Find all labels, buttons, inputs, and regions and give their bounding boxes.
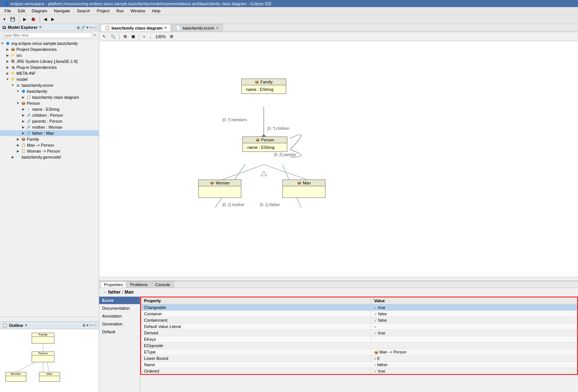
props-row-10[interactable]: Ordered ✔true: [141, 368, 578, 375]
outline-menu-icon[interactable]: ▾: [86, 323, 88, 327]
props-row-9[interactable]: Name ≡father: [141, 362, 578, 368]
tree-toggle-woman-person[interactable]: ▶: [16, 149, 20, 153]
tree-toggle-person[interactable]: ▼: [16, 101, 20, 105]
tree-item-basicfamily-genmodel[interactable]: ▶ 📄 basicfamily.genmodel: [0, 154, 99, 160]
props-row-3[interactable]: Default Value Literal ≡: [141, 324, 578, 330]
tree-toggle-person-name[interactable]: ▶: [21, 107, 25, 111]
diagram-zoom-in-btn[interactable]: +: [141, 33, 147, 40]
tree-toggle-plugin-deps[interactable]: ▶: [5, 65, 10, 69]
diagram-arrange-btn[interactable]: ▣: [129, 33, 137, 40]
tree-toggle-man-person[interactable]: ▶: [16, 143, 20, 147]
person-class[interactable]: 📦 Person ▫ name : EString: [242, 137, 287, 152]
toolbar-btn-run[interactable]: ▶: [21, 16, 28, 23]
props-row-5[interactable]: EKeys: [141, 336, 578, 343]
minimize-icon[interactable]: —: [89, 25, 93, 30]
tree-toggle-basicfamily[interactable]: ▼: [16, 89, 20, 93]
menu-item-edit[interactable]: Edit: [15, 8, 28, 14]
tree-toggle-jre[interactable]: ▶: [5, 59, 10, 63]
man-class[interactable]: 📦 Man: [282, 180, 325, 198]
menu-item-run[interactable]: Run: [113, 8, 127, 14]
props-row-4[interactable]: Derived ✔true: [141, 330, 578, 336]
menu-item-project[interactable]: Project: [94, 8, 113, 14]
model-filter-input[interactable]: [2, 32, 92, 38]
tree-item-proj-deps[interactable]: ▶ 📦 Project Dependencies: [0, 46, 99, 52]
diagram-zoom-btn[interactable]: 🔍: [108, 33, 117, 40]
tree-toggle-src[interactable]: ▶: [5, 53, 10, 57]
tree-item-model[interactable]: ▼ 📁 model: [0, 76, 99, 82]
maximize-icon[interactable]: □: [94, 25, 97, 30]
menu-item-window[interactable]: Window: [128, 8, 148, 14]
props-tab-problems[interactable]: Problems: [127, 281, 151, 288]
filter-clear-btn[interactable]: ✕: [93, 33, 97, 38]
tree-item-person-father[interactable]: ▶ 🔗 father : Man: [0, 130, 99, 136]
props-row-7[interactable]: EType 📦Man -> Person: [141, 349, 578, 355]
menu-item-help[interactable]: Help: [149, 8, 163, 14]
tree-item-person[interactable]: ▼ 📦 Person: [0, 100, 99, 106]
toolbar-btn-debug[interactable]: 🐞: [29, 16, 38, 23]
tree-toggle-basicfamily-ecore[interactable]: ▼: [10, 83, 15, 87]
tree-toggle-model[interactable]: ▼: [5, 77, 10, 81]
diagram-hscrollbar[interactable]: [99, 277, 578, 281]
tree-item-basicfamily[interactable]: ▼ 🔷 basicfamily: [0, 88, 99, 94]
tree-toggle-person-children[interactable]: ▶: [21, 113, 25, 117]
tree-item-meta-inf[interactable]: ▶ 📁 META-INF: [0, 70, 99, 76]
menu-item-diagram[interactable]: Diagram: [29, 8, 51, 14]
tree-item-plugin-deps[interactable]: ▶ 🔌 Plug-in Dependencies: [0, 64, 99, 70]
diagram-fit-btn[interactable]: ⊞: [122, 33, 129, 40]
menu-item-navigate[interactable]: Navigate: [51, 8, 73, 14]
tree-toggle-basicfamily-genmodel[interactable]: ▶: [10, 155, 15, 159]
props-sidebar-generation[interactable]: Generation: [99, 320, 140, 328]
tree-toggle-family[interactable]: ▶: [16, 137, 20, 141]
outline-minimize-icon[interactable]: —: [89, 323, 93, 327]
toolbar-btn-forward[interactable]: ▶: [49, 16, 56, 23]
link-icon[interactable]: 🔗: [81, 25, 85, 30]
tree-item-src[interactable]: ▶ 📁 src: [0, 52, 99, 58]
props-sidebar-annotation[interactable]: Annotation: [99, 312, 140, 320]
tree-item-person-parents[interactable]: ▶ 🔗 parents : Person: [0, 118, 99, 124]
tree-item-woman-person[interactable]: ▶ 📋 Woman -> Person: [0, 148, 99, 154]
tree-toggle-meta-inf[interactable]: ▶: [5, 71, 10, 75]
collapse-all-icon[interactable]: ⇊: [77, 25, 80, 30]
woman-class[interactable]: 📦 Woman: [198, 180, 241, 198]
menu-icon[interactable]: ▾: [86, 25, 88, 30]
tree-toggle-proj-deps[interactable]: ▶: [5, 48, 10, 51]
tab-close-1[interactable]: ✕: [216, 26, 219, 30]
toolbar-btn-save[interactable]: 💾: [8, 16, 17, 23]
props-row-0[interactable]: Changeable ✔true: [141, 304, 578, 311]
tree-scrollbar[interactable]: [0, 317, 99, 321]
props-tab-console[interactable]: Console: [152, 281, 174, 288]
tab-close-0[interactable]: ✕: [164, 26, 167, 30]
toolbar-btn-new[interactable]: ▾: [1, 16, 7, 23]
props-row-2[interactable]: Containment ✔false: [141, 317, 578, 324]
menu-item-file[interactable]: File: [1, 8, 14, 14]
tree-item-man-person[interactable]: ▶ 📋 Man -> Person: [0, 142, 99, 148]
tree-toggle-basicfamily-diagram[interactable]: ▶: [21, 95, 25, 99]
tree-item-person-mother[interactable]: ▶ 🔗 mother : Woman: [0, 124, 99, 130]
props-sidebar-ecore[interactable]: Ecore: [99, 297, 140, 304]
diagram-tab-0[interactable]: 📋basicfamily class diagram✕: [101, 24, 171, 31]
tree-toggle-person-father[interactable]: ▶: [21, 131, 25, 135]
diagram-zoom-out-btn[interactable]: -: [148, 33, 153, 40]
props-row-8[interactable]: Lower Bound ≡0: [141, 355, 578, 362]
props-sidebar-documentation[interactable]: Documentation: [99, 304, 140, 312]
outline-collapse-icon[interactable]: ⇊: [82, 323, 85, 327]
tree-item-person-name[interactable]: ▶ ▫ name : EString: [0, 106, 99, 112]
diagram-select-btn[interactable]: ↖: [101, 33, 108, 40]
diagram-grid-btn[interactable]: ⊞: [168, 33, 175, 40]
props-sidebar-default[interactable]: Default: [99, 328, 140, 336]
toolbar-btn-back[interactable]: ◀: [42, 16, 49, 23]
tree-toggle-person-mother[interactable]: ▶: [21, 125, 25, 129]
props-row-6[interactable]: EOpposite: [141, 343, 578, 349]
props-tab-properties[interactable]: Properties: [101, 281, 126, 288]
tree-item-family[interactable]: ▶ 📦 Family: [0, 136, 99, 142]
diagram-canvas[interactable]: [0..*] members [0..*] children [0..2] pa…: [99, 41, 578, 277]
tree-toggle-root[interactable]: ▼: [0, 42, 4, 45]
tree-item-jre[interactable]: ▶ 📚 JRE System Library [JavaSE-1.8]: [0, 58, 99, 64]
tree-item-root[interactable]: ▼ 🔷 org.eclipse.sirius.sample.basicfamil…: [0, 40, 99, 46]
menu-item-search[interactable]: Search: [74, 8, 93, 14]
diagram-tab-1[interactable]: 📄basicfamily.ecore✕: [172, 24, 223, 31]
tree-toggle-person-parents[interactable]: ▶: [21, 119, 25, 123]
tree-item-basicfamily-ecore[interactable]: ▼ 🗂 basicfamily.ecore: [0, 82, 99, 88]
outline-maximize-icon[interactable]: □: [94, 323, 97, 327]
tree-item-person-children[interactable]: ▶ 🔗 children : Person: [0, 112, 99, 118]
